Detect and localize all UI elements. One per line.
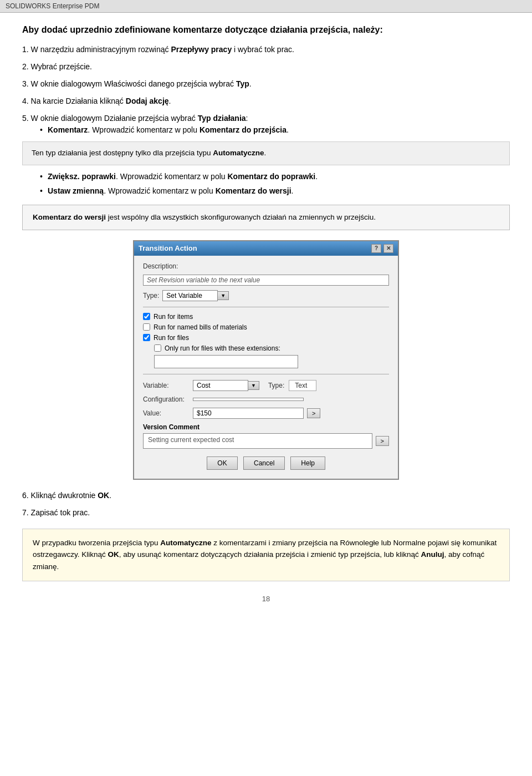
version-comment-row: Setting current expected cost > bbox=[143, 433, 389, 449]
bullet-ustaw-bold: Ustaw zmienną bbox=[48, 186, 104, 195]
warning-bold2: OK bbox=[108, 550, 119, 559]
step-4: 4. Na karcie Działania kliknąć Dodaj akc… bbox=[22, 95, 510, 107]
step-6-rest: . bbox=[109, 491, 111, 500]
bullet-komentarz-bold: Komentarz bbox=[48, 125, 88, 134]
step-3-num: 3. bbox=[22, 79, 29, 88]
type-select-arrow[interactable]: ▼ bbox=[218, 291, 229, 300]
version-comment-section-label: Version Comment bbox=[143, 423, 389, 431]
bullet-zwieksze-after: . Wprowadzić komentarz w polu bbox=[116, 172, 228, 181]
value-label: Value: bbox=[143, 409, 193, 417]
cancel-button[interactable]: Cancel bbox=[243, 457, 285, 470]
step-3-rest: . bbox=[249, 79, 252, 88]
step-6-bold: OK bbox=[98, 491, 109, 500]
step-3-text: W oknie dialogowym Właściwości danego pr… bbox=[31, 79, 236, 88]
run-bills-checkbox[interactable] bbox=[143, 323, 150, 331]
configuration-value[interactable] bbox=[193, 398, 304, 401]
bullet-komentarz-bold2: Komentarz do przejścia bbox=[200, 125, 287, 134]
note-box-bold: Komentarz do wersji bbox=[33, 213, 106, 221]
run-items-checkbox[interactable] bbox=[143, 313, 150, 320]
warning-bold1: Automatyczne bbox=[160, 539, 211, 547]
run-files-label: Run for files bbox=[154, 334, 189, 342]
step-6-text: Kliknąć dwukrotnie bbox=[31, 491, 98, 500]
info-box-text-after: . bbox=[264, 149, 266, 157]
step-5-rest: : bbox=[246, 114, 248, 123]
step5-bullet-zwieksze: Zwiększ. poprawki. Wprowadzić komentarz … bbox=[38, 171, 510, 182]
run-extensions-row: Only run for files with these extensions… bbox=[154, 344, 389, 352]
step-1-text: W narzędziu administracyjnym rozwinąć bbox=[31, 45, 171, 54]
value-arrow-btn[interactable]: > bbox=[307, 408, 320, 418]
run-items-label: Run for items bbox=[154, 313, 193, 321]
run-extensions-label: Only run for files with these extensions… bbox=[165, 344, 280, 352]
variable-select-value: Cost bbox=[193, 380, 248, 391]
separator-2 bbox=[143, 374, 389, 374]
step-6-num: 6. bbox=[22, 491, 29, 500]
step5-bullets-2: Zwiększ. poprawki. Wprowadzić komentarz … bbox=[38, 171, 510, 197]
run-files-checkbox[interactable] bbox=[143, 334, 150, 341]
run-items-row: Run for items bbox=[143, 313, 389, 321]
step-5-bold: Typ działania bbox=[198, 114, 246, 123]
info-box-bold: Automatyczne bbox=[213, 149, 264, 157]
step-6: 6. Kliknąć dwukrotnie OK. bbox=[22, 490, 510, 501]
type2-value: Text bbox=[289, 380, 316, 391]
version-comment-value[interactable]: Setting current expected cost bbox=[143, 433, 372, 449]
dialog-help-btn[interactable]: ? bbox=[371, 244, 381, 253]
description-label: Description: bbox=[143, 262, 178, 270]
top-bar: SOLIDWORKS Enterprise PDM bbox=[0, 0, 532, 13]
variable-label: Variable: bbox=[143, 382, 193, 389]
note-box: Komentarz do wersji jest wspólny dla wsz… bbox=[22, 205, 510, 230]
page-heading: Aby dodać uprzednio zdefiniowane komenta… bbox=[22, 24, 510, 36]
step-7: 7. Zapisać tok prac. bbox=[22, 507, 510, 519]
steps-list: 1. W narzędziu administracyjnym rozwinąć… bbox=[22, 44, 510, 196]
dialog-titlebar: Transition Action ? ✕ bbox=[134, 241, 398, 256]
bullet-zwieksze-bold: Zwiększ. poprawki bbox=[48, 172, 116, 181]
step5-bullet-komentarz: Komentarz. Wprowadzić komentarz w polu K… bbox=[38, 124, 510, 136]
extensions-input-wrapper bbox=[154, 355, 389, 368]
run-extensions-checkbox[interactable] bbox=[154, 344, 161, 352]
step-2: 2. Wybrać przejście. bbox=[22, 61, 510, 73]
step-7-text: Zapisać tok prac. bbox=[31, 508, 90, 517]
bullet-zwieksze-rest: . bbox=[315, 172, 318, 181]
ok-button[interactable]: OK bbox=[207, 457, 238, 470]
step-7-num: 7. bbox=[22, 508, 29, 517]
value-field[interactable]: $150 bbox=[193, 408, 304, 419]
type-label: Type: bbox=[143, 292, 159, 300]
dialog-description-value-row bbox=[143, 275, 389, 286]
transition-action-dialog: Transition Action ? ✕ Description: Type: bbox=[133, 240, 399, 480]
step-5-text: W oknie dialogowym Działanie przejścia w… bbox=[31, 114, 198, 123]
warning-box: W przypadku tworzenia przejścia typu Aut… bbox=[22, 529, 510, 581]
bullet-komentarz-after: . Wprowadzić komentarz w polu bbox=[88, 125, 200, 134]
step-1-num: 1. bbox=[22, 45, 29, 54]
help-button[interactable]: Help bbox=[290, 457, 325, 470]
dialog-body: Description: Type: Set Variable ▼ bbox=[134, 256, 398, 479]
variable-select-wrapper: Cost ▼ bbox=[193, 380, 259, 391]
description-input[interactable] bbox=[143, 275, 389, 286]
main-content: Aby dodać uprzednio zdefiniowane komenta… bbox=[0, 13, 532, 634]
page-footer: 18 bbox=[22, 595, 510, 612]
type2-label: Type: bbox=[268, 382, 284, 389]
bullet-ustaw-bold2: Komentarz do wersji bbox=[216, 186, 291, 195]
warning-bold3: Anuluj bbox=[421, 550, 444, 559]
step-1-rest: i wybrać tok prac. bbox=[232, 45, 294, 54]
step5-bullet-ustaw: Ustaw zmienną. Wprowadzić komentarz w po… bbox=[38, 185, 510, 197]
value-row: Value: $150 > bbox=[143, 408, 389, 419]
step-4-text: Na karcie Działania kliknąć bbox=[31, 97, 126, 105]
note-box-text: jest wspólny dla wszystkich skonfigurowa… bbox=[106, 213, 376, 221]
info-box: Ten typ działania jest dostępny tylko dl… bbox=[22, 141, 510, 165]
final-steps-list: 6. Kliknąć dwukrotnie OK. 7. Zapisać tok… bbox=[22, 490, 510, 519]
warning-text3: , aby usunąć komentarz dotyczących dział… bbox=[119, 550, 421, 559]
dialog-close-btn[interactable]: ✕ bbox=[383, 244, 393, 253]
dialog-type-row: Type: Set Variable ▼ bbox=[143, 290, 389, 301]
step-5-num: 5. bbox=[22, 114, 29, 123]
page-number: 18 bbox=[262, 595, 270, 603]
type-select-value: Set Variable bbox=[162, 290, 218, 301]
dialog-description-row: Description: bbox=[143, 262, 389, 270]
step-1-bold: Przepływy pracy bbox=[171, 45, 232, 54]
extensions-input[interactable] bbox=[154, 355, 298, 368]
bullet-ustaw-rest: . bbox=[291, 186, 294, 195]
version-comment-arrow-btn[interactable]: > bbox=[376, 436, 389, 446]
variable-select-arrow[interactable]: ▼ bbox=[248, 381, 259, 390]
bullet-ustaw-after: . Wprowadzić komentarz w polu bbox=[104, 186, 216, 195]
run-files-row: Run for files bbox=[143, 334, 389, 342]
dialog-btn-row: OK Cancel Help bbox=[143, 457, 389, 470]
step-5: 5. W oknie dialogowym Działanie przejści… bbox=[22, 113, 510, 196]
